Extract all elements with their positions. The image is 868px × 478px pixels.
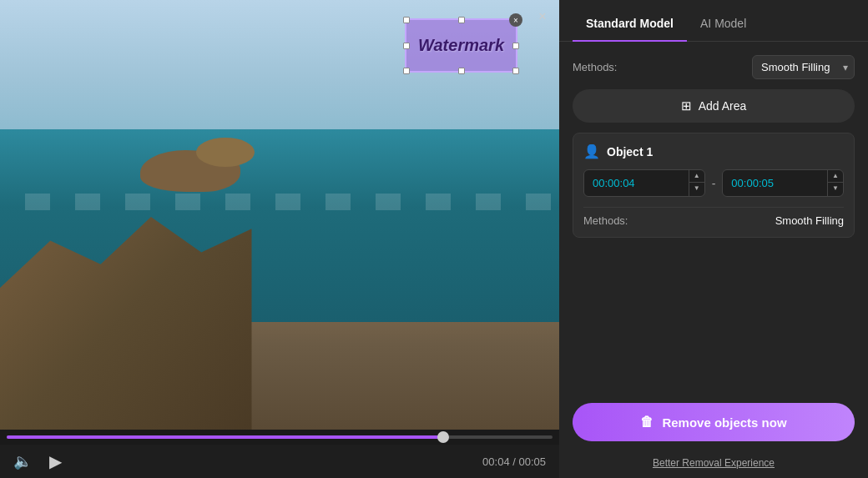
time-end-input[interactable]: 00:00:05 ▲ ▼ — [722, 169, 844, 197]
object-card-1: 👤 Object 1 00:00:04 ▲ ▼ - 00:00:05 ▲ — [573, 133, 855, 238]
object-methods-value: Smooth Filling — [775, 214, 844, 227]
video-area: Watermark × ✋ − 51% + — [0, 0, 559, 430]
time-end-value: 00:00:05 — [723, 170, 827, 196]
handle-top-mid[interactable] — [458, 17, 465, 23]
play-button[interactable]: ▶ — [42, 448, 68, 475]
time-end-spinners[interactable]: ▲ ▼ — [827, 170, 843, 196]
add-area-icon: ⊞ — [681, 98, 692, 113]
object-methods-row: Methods: Smooth Filling — [583, 207, 844, 227]
object-methods-label: Methods: — [583, 214, 628, 227]
better-link-area: Better Removal Experience — [559, 448, 868, 478]
handle-mid-right[interactable] — [512, 43, 519, 49]
time-start-up[interactable]: ▲ — [689, 170, 704, 183]
methods-row: Methods: Smooth Filling Edge Filling — [573, 55, 855, 79]
object-header: 👤 Object 1 — [583, 143, 844, 159]
tab-ai-model[interactable]: AI Model — [687, 7, 760, 42]
remove-objects-button[interactable]: 🗑 Remove objects now — [573, 403, 855, 441]
time-start-down[interactable]: ▼ — [689, 183, 704, 194]
spacer — [573, 248, 855, 380]
time-start-spinners[interactable]: ▲ ▼ — [689, 170, 704, 196]
volume-icon: 🔈 — [13, 453, 32, 470]
sea-waves — [0, 194, 559, 210]
progress-track[interactable] — [7, 435, 553, 439]
add-area-button[interactable]: ⊞ Add Area — [573, 89, 855, 123]
better-removal-link[interactable]: Better Removal Experience — [653, 457, 775, 469]
remove-icon: 🗑 — [640, 415, 654, 430]
time-start-input[interactable]: 00:00:04 ▲ ▼ — [583, 169, 705, 197]
left-panel: × Watermark × — [0, 0, 559, 478]
right-content: Methods: Smooth Filling Edge Filling ⊞ A… — [559, 42, 868, 393]
methods-select[interactable]: Smooth Filling Edge Filling — [752, 55, 855, 79]
methods-label: Methods: — [573, 61, 617, 73]
watermark-selection[interactable]: Watermark × — [405, 18, 517, 73]
playback-bar: 🔈 ▶ 00:04 / 00:05 — [0, 445, 559, 478]
time-separator: - — [712, 177, 716, 190]
close-button[interactable]: × — [532, 7, 553, 27]
progress-fill — [7, 435, 443, 439]
bottom-action: 🗑 Remove objects now — [559, 393, 868, 448]
progress-thumb — [437, 431, 449, 443]
close-icon: × — [538, 9, 546, 24]
object-icon: 👤 — [583, 143, 600, 159]
watermark-text: Watermark — [418, 36, 504, 55]
handle-mid-left[interactable] — [403, 43, 410, 49]
time-range-row: 00:00:04 ▲ ▼ - 00:00:05 ▲ ▼ — [583, 169, 844, 197]
progress-area[interactable] — [0, 430, 559, 445]
handle-bottom-left[interactable] — [403, 68, 410, 74]
add-area-label: Add Area — [699, 99, 747, 113]
tab-standard-model[interactable]: Standard Model — [573, 7, 687, 42]
remove-label: Remove objects now — [662, 415, 786, 430]
volume-button[interactable]: 🔈 — [13, 452, 32, 470]
island-2 — [196, 138, 255, 167]
video-frame: Watermark × — [0, 0, 559, 430]
handle-bottom-mid[interactable] — [458, 68, 465, 74]
time-end-down[interactable]: ▼ — [828, 183, 843, 194]
handle-top-left[interactable] — [403, 17, 410, 23]
time-start-value: 00:00:04 — [584, 170, 689, 196]
time-display: 00:04 / 00:05 — [482, 455, 546, 468]
methods-select-wrapper[interactable]: Smooth Filling Edge Filling — [752, 55, 855, 79]
play-icon: ▶ — [49, 451, 62, 471]
handle-bottom-right[interactable] — [512, 68, 519, 74]
right-panel: Standard Model AI Model Methods: Smooth … — [559, 0, 868, 478]
watermark-close-btn[interactable]: × — [509, 13, 522, 27]
tabs-row: Standard Model AI Model — [559, 0, 868, 42]
time-end-up[interactable]: ▲ — [828, 170, 843, 183]
object-title: Object 1 — [607, 145, 653, 158]
